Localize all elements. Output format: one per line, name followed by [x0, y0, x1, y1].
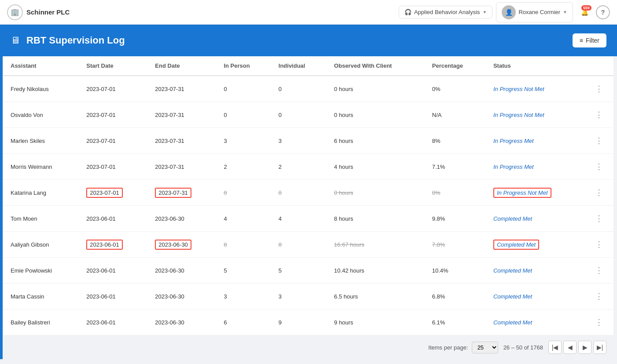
row-actions: ⋮ [584, 102, 613, 128]
assistant-name: Marta Cassin [4, 284, 79, 309]
end-date-cell: 2023-06-30 [148, 206, 217, 232]
row-menu-button[interactable]: ⋮ [591, 82, 606, 95]
row-menu-button[interactable]: ⋮ [591, 290, 606, 303]
highlighted-start-date: 2023-06-01 [86, 240, 123, 250]
row-menu-button[interactable]: ⋮ [591, 160, 606, 173]
row-menu-button[interactable]: ⋮ [591, 134, 606, 147]
percentage: 6.1% [425, 309, 486, 335]
app-selector-icon: 🎧 [404, 9, 411, 15]
last-page-button[interactable]: ▶| [593, 341, 606, 354]
status-cell: In Progress Met [486, 154, 584, 180]
start-date-cell: 2023-07-01 [79, 76, 148, 102]
assistant-name: Aaliyah Gibson [4, 232, 79, 258]
assistant-name: Tom Moen [4, 206, 79, 232]
status-badge: Completed Met [493, 319, 532, 326]
percentage: 0% [425, 180, 486, 206]
nav-right: 🎧 Applied Behavior Analysis ▼ 👤 Roxane C… [399, 2, 610, 22]
prev-page-button[interactable]: ◀ [563, 341, 577, 354]
avatar: 👤 [502, 5, 516, 19]
in-person: 0 [217, 102, 271, 128]
start-date-cell: 2023-06-01 [79, 232, 148, 258]
end-date-cell: 2023-07-31 [148, 76, 217, 102]
col-in-person: In Person [217, 56, 271, 76]
highlighted-end-date: 2023-07-31 [155, 188, 191, 198]
table-row: Katarina Lang 2023-07-01 2023-07-31 0 0 … [4, 180, 613, 206]
row-menu-button[interactable]: ⋮ [591, 238, 606, 251]
highlighted-status: Completed Met [493, 240, 539, 250]
table-row: Aaliyah Gibson 2023-06-01 2023-06-30 8 8… [4, 232, 613, 258]
start-date-cell: 2023-07-01 [79, 128, 148, 154]
individual: 4 [272, 206, 327, 232]
start-date: 2023-06-01 [86, 293, 116, 300]
filter-label: Filter [586, 37, 599, 44]
individual: 0 [272, 76, 327, 102]
col-percentage: Percentage [425, 56, 486, 76]
end-date: 2023-07-31 [155, 138, 184, 144]
items-per-page-select[interactable]: 25 10 50 100 [472, 342, 498, 353]
end-date: 2023-06-30 [155, 319, 184, 326]
observed: 4 hours [327, 154, 425, 180]
next-page-button[interactable]: ▶ [578, 341, 591, 354]
row-menu-button[interactable]: ⋮ [591, 316, 606, 329]
individual: 3 [272, 128, 327, 154]
table-container: Assistant Start Date End Date In Person … [4, 56, 613, 335]
row-menu-button[interactable]: ⋮ [591, 264, 606, 277]
app-selector[interactable]: 🎧 Applied Behavior Analysis ▼ [399, 6, 493, 18]
percentage: 7.8% [425, 232, 486, 258]
in-person: 3 [217, 284, 271, 309]
start-date-cell: 2023-07-01 [79, 102, 148, 128]
start-date: 2023-07-01 [86, 112, 116, 118]
row-actions: ⋮ [584, 284, 613, 309]
row-menu-button[interactable]: ⋮ [591, 108, 606, 121]
table-row: Marlen Skiles 2023-07-01 2023-07-31 3 3 … [4, 128, 613, 154]
pagination-select-area: Items per page: 25 10 50 100 [428, 342, 498, 353]
brand: 🏢 Schinner PLC [7, 4, 393, 20]
user-name: Roxane Cormier [518, 9, 560, 15]
user-menu[interactable]: 👤 Roxane Cormier ▼ [496, 2, 573, 22]
in-person: 0 [217, 76, 271, 102]
table-row: Tom Moen 2023-06-01 2023-06-30 4 4 8 hou… [4, 206, 613, 232]
observed: 6 hours [327, 128, 425, 154]
row-actions: ⋮ [584, 258, 613, 284]
chevron-down-icon: ▼ [563, 10, 567, 15]
in-person: 3 [217, 128, 271, 154]
assistant-name: Marlen Skiles [4, 128, 79, 154]
row-menu-button[interactable]: ⋮ [591, 212, 606, 225]
top-nav: 🏢 Schinner PLC 🎧 Applied Behavior Analys… [0, 0, 617, 25]
start-date: 2023-07-01 [86, 138, 116, 144]
row-actions: ⋮ [584, 154, 613, 180]
first-page-button[interactable]: |◀ [548, 341, 562, 354]
left-accent [0, 56, 3, 359]
start-date: 2023-06-01 [86, 215, 116, 222]
observed: 6.5 hours [327, 284, 425, 309]
page-title-area: 🖥 RBT Supervision Log [11, 35, 125, 46]
col-end-date: End Date [148, 56, 217, 76]
individual: 8 [272, 232, 327, 258]
percentage: 7.1% [425, 154, 486, 180]
notification-button[interactable]: 🔔 559 [577, 4, 592, 20]
row-actions: ⋮ [584, 206, 613, 232]
col-actions [584, 56, 613, 76]
row-menu-button[interactable]: ⋮ [591, 186, 606, 199]
observed: 0 hours [327, 102, 425, 128]
end-date: 2023-07-31 [155, 112, 184, 118]
individual: 0 [272, 180, 327, 206]
status-badge: Completed Met [493, 267, 532, 274]
filter-button[interactable]: ≡ Filter [573, 33, 606, 47]
percentage: 10.4% [425, 258, 486, 284]
start-date-cell: 2023-06-01 [79, 258, 148, 284]
help-button[interactable]: ? [596, 5, 610, 19]
start-date-cell: 2023-06-01 [79, 309, 148, 335]
content-area: Assistant Start Date End Date In Person … [0, 56, 617, 359]
highlighted-start-date: 2023-07-01 [86, 188, 123, 198]
status-cell: In Progress Met [486, 128, 584, 154]
end-date-cell: 2023-06-30 [148, 232, 217, 258]
individual: 5 [272, 258, 327, 284]
in-person: 6 [217, 309, 271, 335]
col-status: Status [486, 56, 584, 76]
filter-icon: ≡ [580, 37, 583, 44]
table-header: Assistant Start Date End Date In Person … [4, 56, 613, 76]
status-cell: In Progress Not Met [486, 76, 584, 102]
status-cell: Completed Met [486, 284, 584, 309]
start-date-cell: 2023-07-01 [79, 154, 148, 180]
